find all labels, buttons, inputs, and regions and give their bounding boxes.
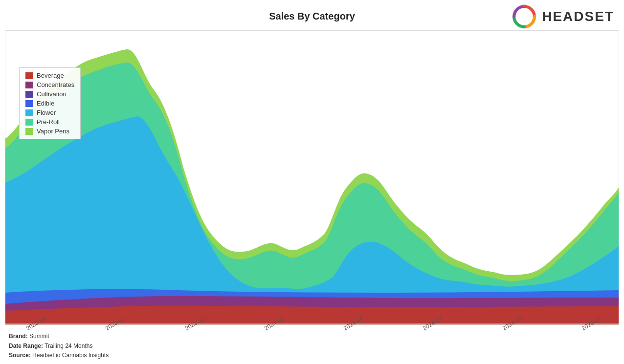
legend-color-cultivation [25,91,33,98]
legend-item-edible: Edible [25,100,74,107]
source-value: Headset.io Cannabis Insights [32,352,109,359]
legend-color-concentrates [25,82,33,88]
legend-color-preroll [25,119,33,126]
legend-label-vapor-pens: Vapor Pens [37,128,69,135]
svg-rect-2 [523,5,526,7]
x-axis-labels: 2023-04 2023-07 2023-10 2024-01 2024-04 … [9,319,615,327]
legend-item-concentrates: Concentrates [25,81,74,88]
date-range-label: Date Range: [9,343,43,349]
legend-color-vapor-pens [25,128,33,135]
footer-date-range: Date Range: Trailing 24 Months [9,342,109,351]
page: HEADSET Sales By Category [0,0,624,364]
chart-title: Sales By Category [0,11,624,22]
legend-color-beverage [25,72,33,79]
legend: Beverage Concentrates Cultivation Edible… [19,67,81,139]
brand-label: Brand: [9,333,28,340]
brand-value: Summit [29,333,49,340]
legend-item-flower: Flower [25,109,74,116]
chart-area: Beverage Concentrates Cultivation Edible… [5,30,619,325]
legend-label-beverage: Beverage [37,72,64,79]
chart-svg [5,31,619,324]
legend-label-cultivation: Cultivation [37,90,67,98]
footer: Brand: Summit Date Range: Trailing 24 Mo… [9,332,109,360]
date-range-value: Trailing 24 Months [45,343,92,349]
legend-color-edible [25,100,33,107]
legend-item-cultivation: Cultivation [25,90,74,98]
legend-label-preroll: Pre-Roll [37,118,60,126]
footer-brand: Brand: Summit [9,332,109,341]
legend-label-flower: Flower [37,109,56,116]
legend-item-beverage: Beverage [25,72,74,79]
footer-source: Source: Headset.io Cannabis Insights [9,351,109,360]
legend-color-flower [25,109,33,116]
legend-item-vapor-pens: Vapor Pens [25,128,74,135]
legend-label-edible: Edible [37,100,54,107]
source-label: Source: [9,352,31,359]
legend-item-preroll: Pre-Roll [25,118,74,126]
legend-label-concentrates: Concentrates [37,81,74,88]
